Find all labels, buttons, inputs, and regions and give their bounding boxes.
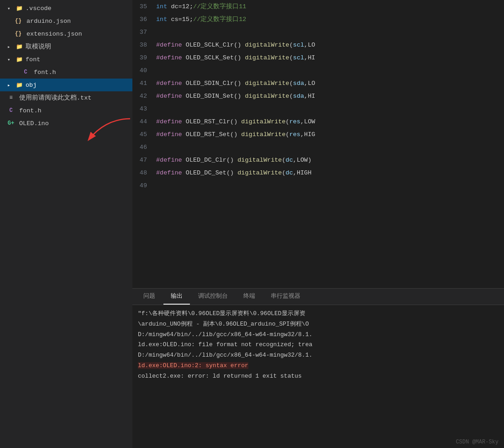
json-icon: {} (15, 18, 22, 24)
output-line: D:/mingw64/bin/../lib/gcc/x86_64-w64-min… (132, 350, 504, 361)
txt-file-icon: ≡ (7, 95, 15, 101)
sidebar-item-label: font.h (19, 107, 42, 114)
sidebar-item-font-h-inner[interactable]: C font.h (0, 66, 132, 79)
output-line: ld.exe:OLED.ino: file format not recogni… (132, 340, 504, 350)
sidebar-item-label: 取模说明 (26, 42, 51, 51)
chevron-down-icon: ▾ (7, 57, 14, 63)
line-number: 45 (132, 131, 156, 138)
sidebar-item-label: 使用前请阅读此文档.txt (19, 94, 91, 102)
line-number: 43 (132, 105, 156, 112)
tab-problems[interactable]: 问题 (136, 289, 163, 305)
main-editor-area: 35int dc=12;//定义数字接口1136int cs=15;//定义数字… (132, 0, 504, 448)
line-number: 36 (132, 16, 156, 23)
code-line: 39#define OLED_SCLK_Set() digitalWrite(s… (132, 51, 504, 64)
tab-terminal[interactable]: 终端 (236, 289, 262, 305)
line-content: int dc=12;//定义数字接口11 (156, 2, 504, 11)
chevron-down-icon: ▾ (7, 5, 14, 11)
line-content: #define OLED_RST_Clr() digitalWrite(res,… (156, 118, 504, 125)
line-content: #define OLED_SCLK_Set() digitalWrite(scl… (156, 54, 504, 61)
line-number: 48 (132, 169, 156, 176)
code-editor: 35int dc=12;//定义数字接口1136int cs=15;//定义数字… (132, 0, 504, 288)
line-content: #define OLED_DC_Clr() digitalWrite(dc,LO… (156, 157, 504, 163)
output-line: "f:\各种硬件资料\0.96OLED显示屏资料\0.96OLED显示屏资 (132, 309, 504, 319)
line-number: 35 (132, 3, 156, 10)
line-number: 38 (132, 42, 156, 48)
output-line: D:/mingw64/bin/../lib/gcc/x86_64-w64-min… (132, 330, 504, 340)
g-file-icon: G+ (7, 120, 15, 126)
line-number: 42 (132, 93, 156, 100)
json-icon: {} (15, 31, 22, 37)
sidebar-item-label: font.h (34, 69, 56, 76)
sidebar-item-shiyong-txt[interactable]: ≡ 使用前请阅读此文档.txt (0, 91, 132, 104)
code-line: 37 (132, 26, 504, 38)
sidebar-item-oled-ino[interactable]: G+ OLED.ino (0, 117, 132, 130)
line-content: #define OLED_RST_Set() digitalWrite(res,… (156, 131, 504, 138)
line-content: #define OLED_SDIN_Set() digitalWrite(sda… (156, 93, 504, 100)
c-file-icon: C (7, 107, 15, 114)
sidebar-item-font-folder[interactable]: ▾ 📁 font (0, 53, 132, 66)
bottom-panel: 问题 输出 调试控制台 终端 串行监视器 "f:\各种硬件资料\0.96OLED… (132, 288, 504, 448)
c-file-icon: C (22, 69, 29, 75)
output-line: ld.exe:OLED.ino:2: syntax error (132, 361, 504, 371)
sidebar-item-label: .vscode (26, 5, 52, 12)
chevron-right-icon: ▸ (7, 82, 14, 88)
sidebar-item-label: obj (26, 82, 37, 89)
code-line: 47#define OLED_DC_Clr() digitalWrite(dc,… (132, 153, 504, 166)
chevron-right-icon: ▸ (7, 44, 14, 50)
line-number: 37 (132, 29, 156, 36)
line-number: 41 (132, 80, 156, 87)
line-number: 44 (132, 118, 156, 125)
folder-closed-icon: 📁 (16, 82, 23, 89)
code-line: 36int cs=15;//定义数字接口12 (132, 13, 504, 26)
sidebar-item-label: arduino.json (26, 18, 71, 25)
tab-debug-console[interactable]: 调试控制台 (191, 289, 235, 305)
line-number: 39 (132, 54, 156, 61)
code-line: 44#define OLED_RST_Clr() digitalWrite(re… (132, 115, 504, 128)
code-line: 48#define OLED_DC_Set() digitalWrite(dc,… (132, 166, 504, 179)
panel-tabs: 问题 输出 调试控制台 终端 串行监视器 (132, 289, 504, 305)
line-number: 46 (132, 144, 156, 151)
code-line: 42#define OLED_SDIN_Set() digitalWrite(s… (132, 90, 504, 102)
sidebar-item-qumoshuoming[interactable]: ▸ 📁 取模说明 (0, 40, 132, 53)
tab-serial-monitor[interactable]: 串行监视器 (263, 289, 308, 305)
code-line: 40 (132, 64, 504, 77)
line-content: #define OLED_SDIN_Clr() digitalWrite(sda… (156, 80, 504, 87)
line-content: #define OLED_SCLK_Clr() digitalWrite(scl… (156, 42, 504, 48)
code-line: 49 (132, 179, 504, 192)
folder-open-icon: 📁 (16, 5, 23, 12)
line-number: 40 (132, 67, 156, 74)
code-line: 35int dc=12;//定义数字接口11 (132, 0, 504, 13)
code-line: 41#define OLED_SDIN_Clr() digitalWrite(s… (132, 77, 504, 90)
sidebar-item-obj[interactable]: ▸ 📁 obj (0, 79, 132, 91)
file-explorer: ▾ 📁 .vscode {} arduino.json {} extension… (0, 0, 132, 448)
output-content: "f:\各种硬件资料\0.96OLED显示屏资料\0.96OLED显示屏资\ar… (132, 305, 504, 448)
sidebar-item-label: OLED.ino (19, 120, 49, 127)
tab-output[interactable]: 输出 (163, 289, 190, 305)
line-content: #define OLED_DC_Set() digitalWrite(dc,HI… (156, 169, 504, 176)
code-line: 43 (132, 102, 504, 115)
code-line: 46 (132, 141, 504, 153)
line-content: int cs=15;//定义数字接口12 (156, 15, 504, 23)
folder-open-icon: 📁 (16, 56, 23, 63)
output-line: \arduino_UNO例程 - 副本\0.96OLED_arduino_SPI… (132, 319, 504, 330)
output-line: collect2.exe: error: ld returned 1 exit … (132, 371, 504, 382)
line-number: 49 (132, 182, 156, 189)
sidebar-item-font-h[interactable]: C font.h (0, 104, 132, 117)
folder-closed-icon: 📁 (16, 43, 23, 50)
sidebar-item-label: extensions.json (26, 31, 82, 37)
sidebar-item-extensions-json[interactable]: {} extensions.json (0, 27, 132, 40)
code-line: 38#define OLED_SCLK_Clr() digitalWrite(s… (132, 38, 504, 51)
sidebar-item-label: font (26, 56, 40, 63)
code-line: 45#define OLED_RST_Set() digitalWrite(re… (132, 128, 504, 141)
watermark: CSDN @MAR-Sky (456, 439, 499, 445)
line-number: 47 (132, 157, 156, 163)
code-lines-container: 35int dc=12;//定义数字接口1136int cs=15;//定义数字… (132, 0, 504, 192)
sidebar-item-arduino-json[interactable]: {} arduino.json (0, 15, 132, 27)
sidebar-item-vscode[interactable]: ▾ 📁 .vscode (0, 2, 132, 15)
